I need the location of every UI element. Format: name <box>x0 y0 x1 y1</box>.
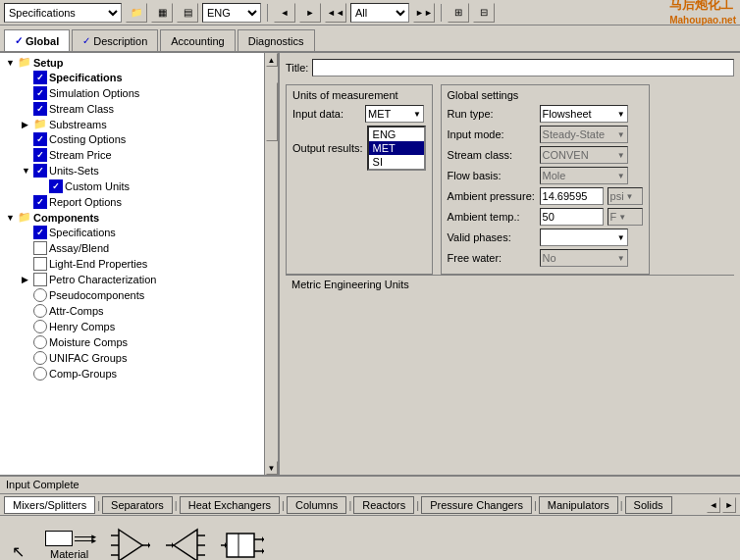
run-type-dropdown[interactable]: Flowsheet ▼ <box>540 105 628 123</box>
stream-class-label: Stream class: <box>448 149 536 161</box>
tree-item-assay-blend[interactable]: Assay/Blend <box>2 240 276 256</box>
open-button[interactable]: 📁 <box>126 3 147 23</box>
attr-circle-badge <box>33 304 47 318</box>
bottom-status-text: Input Complete <box>6 479 79 490</box>
costing-check-badge: ✓ <box>33 132 47 146</box>
grid-button[interactable]: ▦ <box>151 3 173 23</box>
expand-setup-icon: ▼ <box>6 58 18 68</box>
petro-expand-icon: ▶ <box>22 275 33 284</box>
tree-item-units-sets[interactable]: ▼ ✓ Units-Sets <box>2 163 276 178</box>
tab-global[interactable]: ✓ Global <box>4 29 70 51</box>
description-check-icon: ✓ <box>82 35 90 46</box>
tree-item-pseudocomponents-label: Pseudocomponents <box>49 289 144 301</box>
tree-item-petro-char[interactable]: ▶ Petro Characterization <box>2 272 276 287</box>
tree-item-light-end[interactable]: Light-End Properties <box>2 256 276 272</box>
tree-item-report-options[interactable]: ✓ Report Options <box>2 194 276 210</box>
tree-item-comp-groups[interactable]: Comp-Groups <box>2 366 276 382</box>
view-selector[interactable]: Specifications <box>4 3 122 23</box>
bottom-tab-mixers[interactable]: Mixers/Splitters <box>4 496 95 514</box>
option-si[interactable]: SI <box>369 155 424 169</box>
tab-accounting[interactable]: Accounting <box>160 29 235 51</box>
tree-item-attr-comps[interactable]: Attr-Comps <box>2 303 276 319</box>
scroll-down-btn[interactable]: ▼ <box>266 461 278 475</box>
settings-row: Units of measurement Input data: MET ▼ O… <box>286 84 734 275</box>
tree-item-stream-class[interactable]: ✓ Stream Class <box>2 101 276 117</box>
tree-item-stream-price[interactable]: ✓ Stream Price <box>2 147 276 163</box>
back-all-button[interactable]: ◄◄ <box>325 3 346 23</box>
input-data-dropdown[interactable]: MET ▼ <box>365 105 424 123</box>
bottom-tab-separators[interactable]: Separators <box>102 496 173 514</box>
henry-circle-badge <box>33 320 47 333</box>
tree-item-custom-units[interactable]: ✓ Custom Units <box>2 178 276 194</box>
separator1 <box>267 4 268 22</box>
tree-item-henry-comps[interactable]: Henry Comps <box>2 319 276 334</box>
grid2-button[interactable]: ▤ <box>177 3 198 23</box>
tab-description-label: Description <box>93 35 147 47</box>
tree-item-unifac-groups[interactable]: UNIFAC Groups <box>2 350 276 366</box>
tree-item-costing-options[interactable]: ✓ Costing Options <box>2 131 276 147</box>
setup-folder-icon: 📁 <box>18 56 31 69</box>
tree-item-moisture-comps[interactable]: Moisture Comps <box>2 334 276 350</box>
stream-class-value: CONVEN <box>543 149 615 161</box>
flow-basis-value: Mole <box>543 170 615 181</box>
output-results-dropdown[interactable]: ENG MET SI <box>367 126 426 171</box>
tree-item-components[interactable]: ▼ 📁 Components <box>2 210 276 225</box>
svg-marker-19 <box>262 548 264 554</box>
status-bar: Metric Engineering Units <box>286 275 734 296</box>
bottom-tab-solids[interactable]: Solids <box>625 496 672 514</box>
ambient-temp-input[interactable] <box>540 208 604 226</box>
free-water-label: Free water: <box>448 252 536 264</box>
bottom-tab-heat-exchangers[interactable]: Heat Exchangers <box>180 496 280 514</box>
bottom-tab-pressure-changers[interactable]: Pressure Changers <box>421 496 532 514</box>
tabs-scroll-right[interactable]: ► <box>722 497 736 513</box>
valid-phases-field[interactable]: ▼ <box>540 229 628 246</box>
unitssets-expand-icon: ▼ <box>22 166 33 176</box>
stream-class-row: Stream class: CONVEN ▼ <box>448 146 643 164</box>
tree-item-simulation-options[interactable]: ✓ Simulation Options <box>2 85 276 101</box>
tree-item-specifications[interactable]: ✓ Specifications <box>2 70 276 85</box>
bottom-tab-reactors-label: Reactors <box>362 499 405 511</box>
separator2 <box>441 4 442 22</box>
content-panel: Title: Units of measurement Input data: … <box>280 53 740 475</box>
component-material[interactable]: ► ► Material STREAMS <box>43 531 95 560</box>
tree-item-pseudocomponents[interactable]: Pseudocomponents <box>2 287 276 303</box>
cursor-tool[interactable]: ↖ <box>8 540 27 561</box>
tree-item-custom-units-label: Custom Units <box>65 180 130 192</box>
tree-item-substreams[interactable]: ▶ 📁 Substreams <box>2 117 276 131</box>
tree-item-setup[interactable]: ▼ 📁 Setup <box>2 55 276 70</box>
ambient-pressure-input[interactable] <box>540 187 604 205</box>
scroll-up-btn[interactable]: ▲ <box>266 53 278 67</box>
all-selector[interactable]: All <box>350 3 409 23</box>
forward-all-button[interactable]: ►► <box>413 3 435 23</box>
tree-scrollbar[interactable]: ▲ ▼ <box>264 53 278 475</box>
back-button[interactable]: ◄ <box>274 3 295 23</box>
bottom-tab-manipulators[interactable]: Manipulators <box>539 496 618 514</box>
component-fsplit[interactable]: FSplit <box>166 526 205 560</box>
run-type-label: Run type: <box>448 108 536 120</box>
bottom-tab-columns[interactable]: Columns <box>287 496 346 514</box>
tabs-scroll-left[interactable]: ◄ <box>707 497 720 513</box>
unit-selector[interactable]: ENG MET SI <box>202 3 261 23</box>
bottom-panel: Input Complete Mixers/Splitters | Separa… <box>0 475 740 560</box>
component-ssplit[interactable]: SSplit <box>221 526 264 560</box>
pseudo-circle-badge <box>33 288 47 302</box>
bottom-tab-reactors[interactable]: Reactors <box>353 496 414 514</box>
title-row: Title: <box>286 59 734 76</box>
tree-item-comp-specifications[interactable]: ✓ Specifications <box>2 225 276 240</box>
units-box: Units of measurement Input data: MET ▼ O… <box>286 84 433 275</box>
forward-button[interactable]: ► <box>299 3 321 23</box>
icon-btn2[interactable]: ⊟ <box>473 3 495 23</box>
spec-check-badge: ✓ <box>33 71 47 84</box>
option-met[interactable]: MET <box>369 141 424 155</box>
run-type-value: Flowsheet <box>543 108 592 120</box>
icon-btn1[interactable]: ⊞ <box>448 3 469 23</box>
pressure-unit-arrow: ▼ <box>626 192 634 201</box>
compspec-check-badge: ✓ <box>33 226 47 239</box>
option-eng[interactable]: ENG <box>369 127 424 141</box>
tab-diagnostics[interactable]: Diagnostics <box>238 29 315 51</box>
free-water-row: Free water: No ▼ <box>448 249 643 267</box>
scroll-thumb[interactable] <box>266 82 278 141</box>
component-mixer[interactable]: Mixer <box>111 526 150 560</box>
title-input[interactable] <box>312 59 734 76</box>
tab-description[interactable]: ✓ Description <box>72 29 158 51</box>
